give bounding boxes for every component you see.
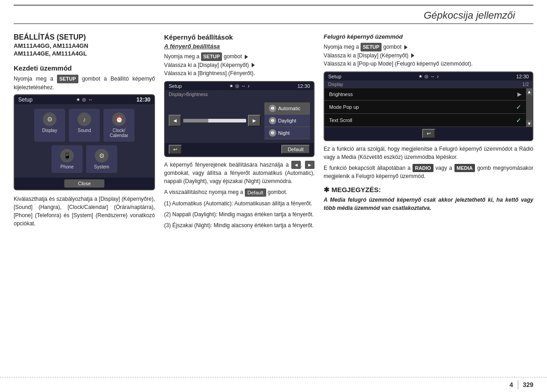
menu-label-clock: Clock/ Calendar (105, 128, 133, 138)
bt-icon2: ★ (418, 74, 423, 79)
brightness-screen: Setup ★ ◎ ↔ ♪ 12:30 Display>Brightness ◄… (164, 81, 315, 157)
brightness-screen-title: Setup (169, 83, 182, 89)
display-screen: Setup ★ ◎ ↔ ♪ 12:30 Display 1/2 Brightne… (324, 71, 533, 141)
option-automatic[interactable]: ❶ Automatic (264, 102, 310, 115)
row-check-scroll: ✓ (516, 117, 521, 124)
right-body3: E funkció bekapcsolt állapotában a RADIO… (324, 164, 533, 181)
display-icon: ⚙ (43, 112, 57, 126)
signal-icon: ◎ (82, 97, 86, 102)
note-text: A Media felugró üzemmód képernyő csak ak… (324, 196, 533, 212)
felugro-subtitle: Felugró képernyő üzemmód (324, 33, 533, 40)
arrow-right-icon (245, 55, 248, 59)
scroll-up-button[interactable]: ▲ (526, 88, 532, 95)
display-top-bar: Setup ★ ◎ ↔ ♪ 12:30 (325, 72, 532, 81)
display-back-button[interactable]: ↩ (422, 129, 435, 138)
left-arrow-btn: ◄ (291, 161, 301, 169)
right-arrow-btn: ► (305, 161, 315, 169)
clock-icon: ⏰ (112, 112, 126, 126)
screen-bottom-bar: Close (15, 178, 154, 189)
right-body1: Nyomja meg a SETUP gombot Válassza ki a … (324, 43, 533, 68)
brightness-top-bar: Setup ★ ◎ ↔ ♪ 12:30 (165, 82, 314, 90)
menu-item-phone[interactable]: 📱 Phone (52, 145, 83, 173)
brightness-path: Display>Brightness (165, 90, 314, 99)
display-footer: ↩ (325, 127, 532, 140)
scroll-down-button[interactable]: ▼ (526, 120, 532, 127)
mid-body1: Nyomja meg a SETUP gombot Válassza ki a … (164, 52, 315, 77)
brightness-increase-button[interactable]: ► (248, 115, 261, 127)
row-brightness[interactable]: Brightness ▶ (325, 88, 526, 101)
display-label: Display (328, 82, 343, 87)
page-footer: 4 329 (0, 377, 547, 392)
option-night[interactable]: ❸ Night (264, 127, 310, 139)
setup-badge-left: SETUP (57, 75, 78, 83)
option-label-day: Daylight (278, 118, 296, 123)
option-num-2: ❷ (269, 117, 276, 124)
row-text-scroll[interactable]: Text Scroll ✓ (325, 114, 526, 127)
option-daylight[interactable]: ❷ Daylight (264, 115, 310, 127)
arrow-right-icon2 (252, 63, 255, 67)
left-column: BEÁLLÍTÁS (SETUP) AM111A4GG, AM111A4GN A… (14, 33, 155, 232)
option-label-auto: Automatic (278, 106, 300, 111)
radio-badge: RADIO (413, 164, 433, 173)
kezdeti-section-title: Kezdeti üzemmód (14, 64, 155, 72)
menu-label-display: Display (42, 128, 57, 133)
page-divider (518, 380, 518, 389)
brightness-slider-fill (183, 119, 208, 122)
right-column: Felugró képernyő üzemmód Nyomja meg a SE… (324, 33, 533, 232)
row-label-popup: Mode Pop up (329, 104, 359, 110)
screen-time: 12:30 (136, 97, 150, 103)
note-box: ✱ MEGJEGYZÉS: A Media felugró üzemmód ké… (324, 186, 533, 212)
page-num-left: 4 (510, 381, 513, 388)
setup-badge-right: SETUP (361, 43, 382, 51)
page-num-right: 329 (523, 381, 533, 388)
kepernyo-title: Képernyő beállítások (164, 33, 315, 41)
bt-icon: ★ (229, 83, 233, 89)
page-number: 4 329 (510, 380, 533, 389)
menu-item-sound[interactable]: ♪ Sound (69, 109, 100, 142)
brightness-slider-track (183, 119, 246, 122)
back-button[interactable]: ↩ (169, 145, 182, 154)
default-button[interactable]: Default (281, 145, 310, 154)
close-button[interactable]: Close (64, 179, 104, 188)
display-subtitle-bar: Display 1/2 (325, 81, 532, 88)
audio-icon2: ♪ (437, 74, 439, 79)
row-label-scroll: Text Scroll (329, 117, 352, 123)
menu-label-system: System (94, 164, 109, 169)
main-title: BEÁLLÍTÁS (SETUP) (14, 33, 155, 41)
subtitle2: AM111A4GE, AM111A4GL (14, 50, 155, 57)
display-page: 1/2 (522, 82, 529, 87)
row-mode-popup[interactable]: Mode Pop up ✓ (325, 101, 526, 114)
main-content: BEÁLLÍTÁS (SETUP) AM111A4GG, AM111A4GN A… (0, 24, 547, 237)
menu-item-display[interactable]: ⚙ Display (34, 109, 65, 142)
bluetooth-icon: ★ (76, 97, 80, 102)
display-screen-title: Setup (328, 74, 341, 79)
option-num-3: ❸ (269, 129, 276, 137)
audio-icon: ♪ (248, 83, 250, 89)
menu-item-system[interactable]: ⚙ System (86, 145, 117, 173)
usb-icon3: ↔ (430, 74, 435, 79)
page-header: Gépkocsija jellemzői (14, 6, 533, 24)
setup-screen-left: Setup ★ ◎ ↔ 12:30 ⚙ Display ♪ Sound (14, 94, 155, 190)
note-title: ✱ MEGJEGYZÉS: (324, 186, 533, 194)
display-content: Brightness ▶ Mode Pop up ✓ Text Scroll ✓… (325, 88, 532, 127)
menu-label-phone: Phone (61, 164, 74, 169)
brightness-options: ❶ Automatic ❷ Daylight ❸ Night (264, 102, 310, 139)
list-item-2: (2) Nappali (Daylight): Mindig magas ért… (164, 210, 315, 219)
scrollbar: ▲ ▼ (526, 88, 532, 127)
menu-label-sound: Sound (78, 128, 91, 133)
row-check-popup: ✓ (516, 103, 521, 111)
display-time: 12:30 (516, 74, 529, 79)
middle-column: Képernyő beállítások A fényerő beállítás… (164, 33, 315, 232)
option-label-night: Night (278, 130, 290, 136)
mid-body2: A képernyő fényerejének beállítására has… (164, 161, 315, 186)
screen-title: Setup (18, 97, 32, 103)
brightness-decrease-button[interactable]: ◄ (169, 115, 181, 127)
row-arrow-brightness: ▶ (517, 91, 521, 97)
option-num-1: ❶ (269, 105, 276, 112)
sound-icon: ♪ (77, 112, 91, 126)
fenyero-subtitle: A fényerő beállítása (164, 43, 315, 50)
row-label-brightness: Brightness (329, 92, 353, 97)
list-item-3: (3) Éjszakai (Night): Mindig alacsony ér… (164, 221, 315, 229)
brightness-footer: ↩ Default (165, 143, 314, 156)
menu-item-clock[interactable]: ⏰ Clock/ Calendar (103, 109, 134, 142)
